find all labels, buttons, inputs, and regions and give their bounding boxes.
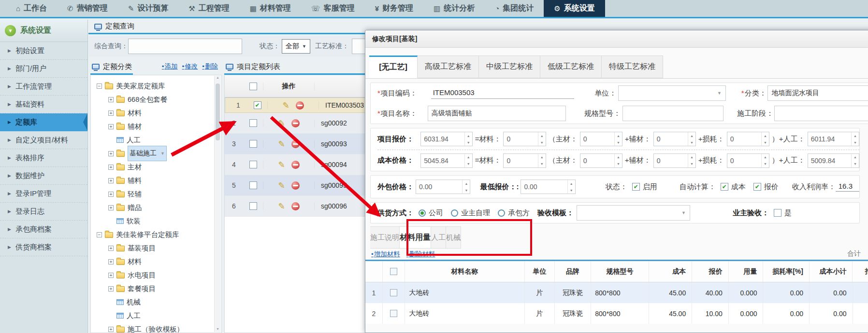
tree-node-label[interactable]: 人工 bbox=[127, 136, 141, 145]
project-name-input[interactable] bbox=[428, 106, 566, 121]
spinner-buttons[interactable] bbox=[567, 180, 575, 194]
category-select[interactable]: 地墙面泥水项目 bbox=[767, 85, 868, 101]
nav-item[interactable]: ⚒ 工程管理 bbox=[178, 0, 239, 17]
radio-icon[interactable] bbox=[419, 209, 426, 217]
supply-option[interactable]: 公司 bbox=[419, 208, 443, 218]
owner-acceptance-checkbox[interactable] bbox=[774, 209, 781, 217]
main-material-input[interactable]: 0 bbox=[580, 153, 622, 168]
loss-input[interactable]: 0 bbox=[727, 132, 769, 146]
tree-expander-icon[interactable]: + bbox=[108, 97, 114, 102]
row-checkbox[interactable] bbox=[254, 101, 261, 109]
sidebar-item[interactable]: ▶ 登录IP管理 bbox=[0, 185, 87, 203]
delete-icon[interactable] bbox=[291, 181, 300, 190]
material-price-input[interactable]: 0 bbox=[503, 132, 546, 146]
status-select[interactable]: 全部 bbox=[282, 39, 310, 54]
tree-expander-icon[interactable]: + bbox=[108, 151, 114, 156]
tree-node-label[interactable]: 水电项目 bbox=[128, 271, 156, 280]
main-material-input[interactable]: 0 bbox=[580, 132, 622, 146]
tree-node[interactable]: + 轻辅 bbox=[91, 187, 221, 201]
spinner-buttons[interactable] bbox=[688, 132, 695, 146]
detail-subtab[interactable]: 机械 bbox=[446, 226, 461, 249]
spinner-buttons[interactable] bbox=[464, 154, 472, 167]
craft-tab[interactable]: 高级工艺标准 bbox=[418, 56, 479, 78]
tree-node-label[interactable]: 机械 bbox=[127, 298, 141, 307]
add-material-link[interactable]: 增加材料 bbox=[371, 250, 400, 259]
supply-option[interactable]: 业主自理 bbox=[451, 208, 490, 218]
nav-item[interactable]: ☏ 客服管理 bbox=[301, 0, 365, 17]
scroll-down-icon[interactable]: ▼ bbox=[216, 327, 219, 331]
profit-rate-value[interactable]: 16.3 bbox=[836, 182, 859, 192]
nav-item[interactable]: ¥ 财务管理 bbox=[365, 0, 423, 17]
price-total-input[interactable]: 6031.94 bbox=[420, 132, 472, 146]
table-row[interactable]: 1 ✎ ITEM003503 bbox=[225, 97, 376, 113]
row-checkbox[interactable] bbox=[249, 161, 257, 168]
tree-node-label[interactable]: 轻辅 bbox=[128, 190, 142, 199]
nav-item[interactable]: ⌂ 工作台 bbox=[6, 0, 57, 17]
nav-item[interactable]: ✆ 营销管理 bbox=[57, 0, 118, 17]
sidebar-item[interactable]: ▶ 登录日志 bbox=[0, 203, 87, 221]
aux-material-input[interactable]: 0 bbox=[653, 153, 696, 168]
nav-item[interactable]: ▦ 材料管理 bbox=[240, 0, 301, 17]
delete-icon[interactable] bbox=[291, 119, 300, 127]
row-checkbox[interactable] bbox=[249, 181, 257, 189]
min-quote-input[interactable]: 0.00 bbox=[521, 180, 575, 194]
spinner-buttons[interactable] bbox=[464, 132, 472, 146]
edit-pencil-icon[interactable]: ✎ bbox=[278, 181, 285, 190]
spinner-buttons[interactable] bbox=[614, 132, 622, 146]
tree-node[interactable]: − 美佳装修平台定额库 bbox=[91, 228, 221, 241]
aux-material-input[interactable]: 0 bbox=[653, 132, 696, 146]
tree-node[interactable]: + 材料 bbox=[91, 255, 221, 268]
tree-expander-icon[interactable]: − bbox=[97, 232, 102, 237]
sidebar-item[interactable]: ▶ 初始设置 bbox=[0, 42, 87, 60]
sidebar-item[interactable]: ▶ 数据维护 bbox=[0, 167, 87, 185]
tree-node-label[interactable]: 基装项目 bbox=[128, 244, 156, 253]
scroll-up-icon[interactable]: ▲ bbox=[216, 76, 219, 79]
sidebar-item[interactable]: ▶ 部门/用户 bbox=[0, 60, 87, 78]
tree-node-label[interactable]: 668全包套餐 bbox=[128, 95, 167, 104]
add-category-link[interactable]: 添加 bbox=[162, 62, 178, 71]
spec-input[interactable] bbox=[622, 106, 723, 121]
tree-expander-icon[interactable]: + bbox=[108, 327, 114, 332]
radio-icon[interactable] bbox=[498, 209, 505, 217]
tree-scrollbar[interactable]: ▲ ▼ bbox=[214, 76, 221, 332]
tree-node[interactable]: − 美美家居定额库 bbox=[91, 79, 221, 93]
sidebar-item[interactable]: ▶ 工作流管理 bbox=[0, 78, 87, 96]
craft-tab[interactable]: 特级工艺标准 bbox=[602, 56, 663, 78]
outsource-input[interactable]: 0.00 bbox=[416, 180, 470, 194]
tree-node[interactable]: + 施工（验收模板） bbox=[91, 322, 221, 333]
delete-material-link[interactable]: 删除材料 bbox=[406, 250, 435, 259]
spinner-buttons[interactable] bbox=[538, 154, 546, 167]
radio-icon[interactable] bbox=[451, 209, 458, 217]
tree-node[interactable]: + 基础施工 bbox=[91, 147, 221, 160]
sidebar-item[interactable]: ▶ 定额库 bbox=[0, 113, 87, 131]
tree-node-label[interactable]: 辅材 bbox=[128, 122, 142, 131]
tree-expander-icon[interactable]: + bbox=[108, 124, 114, 129]
tree-node-label[interactable]: 赠品 bbox=[128, 203, 142, 212]
tree-expander-icon[interactable]: − bbox=[97, 83, 102, 89]
tree-node[interactable]: + 辅材 bbox=[91, 120, 221, 133]
row-checkbox[interactable] bbox=[249, 119, 257, 127]
delete-icon[interactable] bbox=[291, 161, 300, 169]
material-row[interactable]: 1 大地砖 片 冠珠瓷 800*800 45.00 40.00 0.000 0.… bbox=[365, 282, 868, 303]
tree-expander-icon[interactable]: + bbox=[108, 259, 114, 264]
labor-input[interactable]: 5009.84 bbox=[808, 153, 859, 168]
search-input[interactable] bbox=[128, 39, 242, 54]
tree-node-label[interactable]: 美佳装修平台定额库 bbox=[116, 230, 179, 239]
craft-tab[interactable]: 低级工艺标准 bbox=[540, 56, 602, 78]
tree-node-label[interactable]: 人工 bbox=[127, 311, 141, 320]
detail-subtab[interactable]: 施工说明 bbox=[370, 226, 400, 249]
delete-icon[interactable] bbox=[291, 202, 300, 210]
edit-pencil-icon[interactable]: ✎ bbox=[282, 101, 289, 110]
tree-node[interactable]: + 基装项目 bbox=[91, 241, 221, 255]
spinner-buttons[interactable] bbox=[851, 132, 859, 146]
tree-node[interactable]: + 套餐项目 bbox=[91, 282, 221, 295]
tree-node[interactable]: 软装 bbox=[91, 214, 221, 228]
material-row-checkbox[interactable] bbox=[390, 289, 397, 296]
edit-category-link[interactable]: 修改 bbox=[182, 62, 198, 71]
detail-subtab[interactable]: 人工 bbox=[431, 226, 446, 249]
material-row[interactable]: 2 大地砖 片 冠珠瓷 800*800 45.00 10.00 0.000 0.… bbox=[365, 303, 868, 324]
tree-node-label[interactable]: 辅料 bbox=[128, 176, 142, 185]
tree-node[interactable]: 人工 bbox=[91, 133, 221, 147]
spinner-buttons[interactable] bbox=[761, 154, 769, 167]
loss-input[interactable]: 0 bbox=[727, 153, 769, 168]
